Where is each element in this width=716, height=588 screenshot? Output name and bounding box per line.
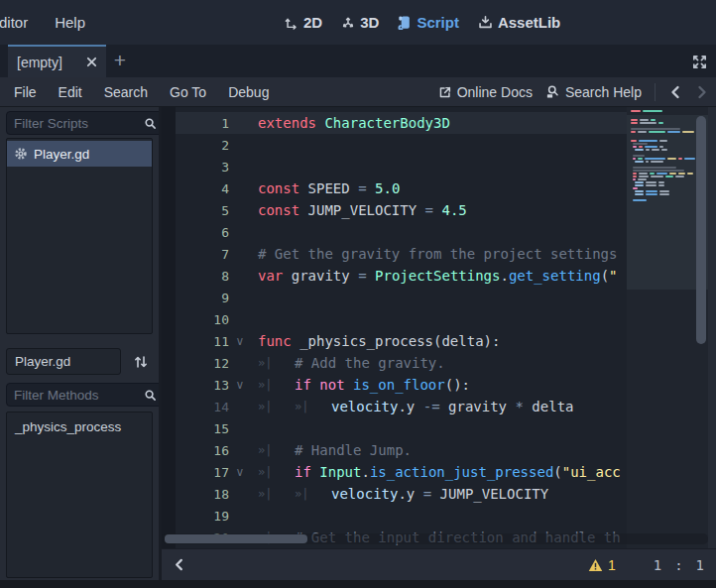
warnings-indicator[interactable]: 1 (588, 557, 616, 573)
tab-close-icon[interactable] (86, 57, 97, 67)
minimap-bar (635, 181, 644, 183)
screen-2d-button[interactable]: 2D (285, 14, 322, 31)
code-text: »|»|velocity.y -= gravity * delta (258, 396, 574, 417)
script-menus: File Edit Search Go To Debug (14, 84, 269, 100)
history-forward-button[interactable] (695, 84, 709, 100)
code-line[interactable]: 19 (162, 505, 627, 527)
code-token: const (258, 202, 308, 218)
minimap-row (631, 113, 695, 115)
minimap-row (635, 161, 695, 163)
script-tab-empty[interactable]: [empty] (8, 45, 106, 77)
code-line[interactable]: 5const JUMP_VELOCITY = 4.5 (162, 199, 627, 221)
line-number: 18 (176, 487, 229, 502)
code-line[interactable]: 8var gravity = ProjectSettings.get_setti… (162, 265, 627, 287)
screen-script-button[interactable]: Script (398, 14, 459, 31)
minimap-bar (633, 176, 637, 177)
code-line[interactable]: 17∨»|if Input.is_action_just_pressed("ui… (162, 461, 627, 483)
code-text: »|»|velocity.y = JUMP_VELOCITY (258, 483, 548, 505)
line-number: 17 (176, 465, 229, 480)
minimap[interactable] (627, 107, 708, 548)
minimap-bar (633, 187, 638, 189)
menu-goto[interactable]: Go To (170, 84, 206, 100)
sort-methods-icon[interactable] (128, 350, 154, 374)
minimap-bar (635, 184, 644, 186)
minimap-bar (661, 149, 667, 151)
minimap-row (631, 122, 695, 124)
code-token: is_on_floor (353, 377, 445, 393)
screen-assetlib-button[interactable]: AssetLib (478, 14, 560, 31)
code-token: func (258, 333, 299, 349)
filter-scripts-input[interactable] (12, 115, 144, 132)
code-line[interactable]: 14»|»|velocity.y -= gravity * delta (162, 396, 627, 417)
filter-methods-input[interactable] (12, 387, 144, 404)
code-token: gravity (292, 268, 350, 284)
fold-arrow-icon[interactable]: ∨ (229, 465, 251, 479)
code-token: velocity (331, 399, 398, 414)
code-token: * (507, 399, 532, 414)
code-line[interactable]: 10 (162, 308, 627, 330)
collapse-sidebar-icon[interactable] (169, 555, 188, 575)
minimap-bar (675, 176, 684, 177)
minimap-bar (635, 190, 644, 192)
minimap-row (633, 170, 695, 172)
menu-edit[interactable]: Edit (59, 84, 82, 100)
new-tab-button[interactable]: + (108, 47, 132, 74)
code-line[interactable]: 16»|# Handle Jump. (162, 439, 627, 461)
cursor-position[interactable]: 1 : 1 (654, 557, 704, 573)
minimap-row (631, 131, 695, 133)
window-bottom-edge (0, 580, 716, 588)
code-text: extends CharacterBody3D (258, 112, 450, 134)
menu-search[interactable]: Search (104, 84, 148, 100)
code-line[interactable]: 6 (162, 221, 627, 243)
horizontal-scrollbar-thumb[interactable] (165, 534, 307, 543)
code-token: if (295, 464, 319, 480)
godot-editor-window: ditor Help 2D 3D (0, 0, 716, 588)
screen-assetlib-label: AssetLib (498, 14, 560, 31)
menu-file[interactable]: File (14, 84, 37, 100)
history-back-button[interactable] (668, 84, 682, 100)
distraction-free-icon[interactable] (690, 53, 708, 70)
minimap-row (631, 128, 695, 130)
tab-label: [empty] (17, 55, 86, 70)
code-line[interactable]: 12»|# Add the gravity. (162, 352, 627, 374)
minimap-bar (631, 140, 637, 142)
code-token: delta (532, 399, 573, 414)
code-text: »|# Add the gravity. (258, 352, 445, 374)
horizontal-scrollbar[interactable] (162, 533, 708, 544)
script-editor-main: Player.gd Player.gd (0, 107, 716, 580)
code-line[interactable]: 4const SPEED = 5.0 (162, 177, 627, 199)
minimap-row (631, 152, 695, 154)
warning-icon (588, 558, 603, 572)
code-lines[interactable]: 1extends CharacterBody3D234const SPEED =… (162, 107, 627, 548)
code-line[interactable]: 7# Get the gravity from the project sett… (162, 243, 627, 265)
menu-editor[interactable]: ditor (0, 14, 28, 31)
fold-arrow-icon[interactable]: ∨ (229, 378, 251, 392)
minimap-row (633, 178, 695, 180)
code-line[interactable]: 13∨»|if not is_on_floor(): (162, 374, 627, 396)
online-docs-button[interactable]: Online Docs (438, 84, 533, 100)
status-right: 1 1 : 1 (588, 557, 704, 573)
code-line[interactable]: 3 (162, 156, 627, 177)
line-number: 14 (176, 400, 229, 414)
vertical-scrollbar-thumb[interactable] (696, 116, 706, 344)
minimap-bar (631, 128, 680, 130)
fold-arrow-icon[interactable]: ∨ (229, 334, 251, 348)
code-token: " (609, 268, 617, 284)
code-line[interactable]: 9 (162, 287, 627, 308)
search-help-button[interactable]: Search Help (545, 84, 642, 100)
screen-script-label: Script (417, 14, 459, 31)
code-token: 5.0 (375, 180, 400, 196)
code-line[interactable]: 1extends CharacterBody3D (162, 112, 627, 134)
code-line[interactable]: 15 (162, 417, 627, 439)
code-token: (): (445, 377, 470, 393)
script-list-item-player[interactable]: Player.gd (7, 141, 152, 167)
method-list-item[interactable]: _physics_process (7, 412, 152, 434)
code-line[interactable]: 18»|»|velocity.y = JUMP_VELOCITY (162, 483, 627, 505)
minimap-bar (633, 155, 645, 157)
menu-debug[interactable]: Debug (228, 84, 269, 100)
external-link-icon (438, 85, 452, 99)
menu-help[interactable]: Help (55, 14, 85, 31)
code-line[interactable]: 11∨func _physics_process(delta): (162, 330, 627, 352)
code-line[interactable]: 2 (162, 134, 627, 156)
screen-3d-button[interactable]: 3D (341, 14, 379, 31)
